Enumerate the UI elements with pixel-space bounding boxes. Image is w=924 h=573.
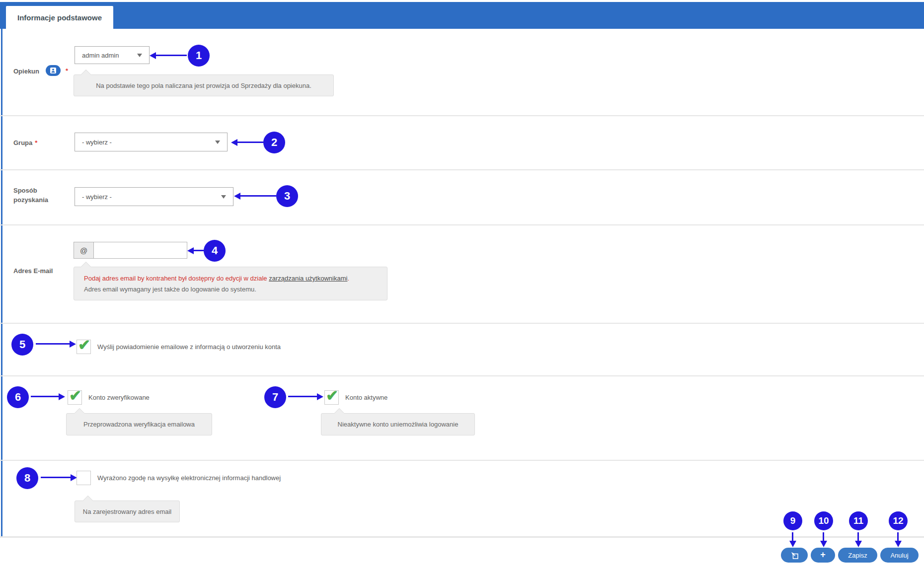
annotation-arrow-8 bbox=[41, 477, 71, 478]
account-form-page: Informacje podstawowe admin admin Opieku… bbox=[0, 0, 924, 573]
annotation-arrow-10 bbox=[823, 532, 824, 541]
chevron-down-icon bbox=[215, 141, 220, 144]
email-hint-tooltip: Podaj adres email by kontrahent był dost… bbox=[74, 267, 387, 300]
active-checkbox[interactable]: ✔ bbox=[324, 390, 339, 405]
annotation-arrow-4 bbox=[194, 250, 204, 251]
annotation-circle-3: 3 bbox=[276, 185, 298, 207]
arrowhead-icon bbox=[855, 541, 862, 547]
footer-divider bbox=[0, 536, 924, 538]
active-checkbox-label: Konto aktywne bbox=[345, 394, 387, 401]
consent-hint-text: Na zarejestrowany adres email bbox=[83, 508, 171, 515]
opiekun-required-marker: * bbox=[66, 67, 68, 74]
plus-icon: + bbox=[820, 550, 826, 560]
sposob-select-value: - wybierz - bbox=[82, 193, 112, 201]
opiekun-hint-tooltip: Na podstawie tego pola naliczana jest pr… bbox=[74, 74, 334, 96]
annotation-arrow-9 bbox=[792, 532, 793, 541]
opiekun-select[interactable]: admin admin bbox=[75, 46, 150, 64]
grupa-label-row: Grupa* bbox=[13, 139, 37, 146]
email-hint-red: Podaj adres email by kontrahent był dost… bbox=[84, 275, 269, 282]
tab-basic-info-label: Informacje podstawowe bbox=[17, 13, 102, 22]
arrowhead-icon bbox=[895, 541, 902, 547]
save-button-label: Zapisz bbox=[848, 552, 867, 559]
check-icon: ✔ bbox=[78, 336, 90, 354]
annotation-circle-4: 4 bbox=[204, 240, 226, 262]
arrowhead-icon bbox=[231, 139, 237, 146]
section-divider bbox=[0, 115, 924, 116]
person-icon bbox=[50, 67, 57, 74]
email-hint-period: . bbox=[347, 275, 349, 282]
annotation-circle-6: 6 bbox=[7, 386, 29, 408]
person-badge-icon bbox=[46, 65, 61, 76]
cancel-button-label: Anuluj bbox=[890, 552, 908, 559]
active-hint-text: Nieaktywne konto uniemożliwia logowanie bbox=[338, 421, 459, 428]
check-icon: ✔ bbox=[326, 387, 338, 404]
tab-basic-info[interactable]: Informacje podstawowe bbox=[6, 6, 113, 29]
save-and-return-icon bbox=[790, 551, 799, 560]
notify-checkbox[interactable]: ✔ bbox=[77, 340, 91, 354]
verified-checkbox-label: Konto zweryfikowane bbox=[88, 394, 150, 401]
section-divider bbox=[0, 169, 924, 170]
grupa-select-value: - wybierz - bbox=[82, 139, 112, 146]
annotation-arrow-11 bbox=[857, 532, 859, 541]
section-divider bbox=[0, 323, 924, 324]
section-divider bbox=[0, 375, 924, 376]
email-hint-line2: Adres email wymagany jest także do logow… bbox=[84, 284, 256, 295]
annotation-arrow-12 bbox=[897, 532, 899, 541]
opiekun-hint-text: Na podstawie tego pola naliczana jest pr… bbox=[96, 82, 311, 89]
email-input[interactable] bbox=[93, 242, 187, 259]
verified-hint-text: Przeprowadzona weryfikacja emailowa bbox=[83, 421, 195, 428]
email-hint-line1: Podaj adres email by kontrahent był dost… bbox=[84, 273, 349, 284]
arrowhead-icon bbox=[789, 541, 796, 547]
grupa-label: Grupa bbox=[13, 139, 32, 146]
user-management-link[interactable]: zarządzania użytkownikami bbox=[269, 275, 347, 282]
grupa-select[interactable]: - wybierz - bbox=[75, 133, 228, 151]
annotation-circle-7: 7 bbox=[264, 386, 286, 408]
tooltip-notch bbox=[75, 409, 84, 414]
active-hint-tooltip: Nieaktywne konto uniemożliwia logowanie bbox=[321, 413, 475, 435]
tab-bar bbox=[0, 2, 924, 29]
tooltip-notch bbox=[334, 409, 344, 414]
consent-checkbox[interactable] bbox=[77, 471, 91, 485]
opiekun-label: Opiekun bbox=[13, 68, 39, 75]
sposob-label-line2: pozyskania bbox=[13, 196, 48, 204]
section-divider bbox=[0, 460, 924, 461]
annotation-arrow-6 bbox=[31, 396, 59, 397]
save-button[interactable]: Zapisz bbox=[838, 548, 877, 563]
section-divider bbox=[0, 224, 924, 225]
verified-hint-tooltip: Przeprowadzona weryfikacja emailowa bbox=[66, 413, 212, 435]
chevron-down-icon bbox=[137, 54, 142, 57]
notify-checkbox-label: Wyślij powiadomienie emailowe z informac… bbox=[97, 343, 281, 351]
annotation-circle-2: 2 bbox=[263, 132, 285, 153]
tooltip-notch bbox=[81, 262, 91, 267]
check-icon: ✔ bbox=[69, 387, 81, 404]
annotation-circle-9: 9 bbox=[783, 511, 802, 530]
arrowhead-icon bbox=[187, 247, 194, 254]
annotation-arrow-2 bbox=[237, 142, 263, 143]
annotation-circle-5: 5 bbox=[11, 334, 33, 356]
annotation-arrow-7 bbox=[288, 396, 317, 397]
arrowhead-icon bbox=[234, 193, 240, 200]
tooltip-notch bbox=[83, 496, 93, 501]
add-button[interactable]: + bbox=[811, 548, 835, 563]
sposob-select[interactable]: - wybierz - bbox=[75, 187, 233, 206]
save-and-return-button[interactable] bbox=[781, 548, 808, 563]
verified-checkbox[interactable]: ✔ bbox=[68, 390, 82, 405]
sposob-label-line1: Sposób bbox=[13, 187, 37, 194]
annotation-arrow-3 bbox=[240, 195, 276, 197]
tooltip-notch bbox=[81, 70, 91, 75]
email-label: Adres E-mail bbox=[13, 267, 53, 275]
arrowhead-icon bbox=[59, 393, 65, 400]
arrowhead-icon bbox=[70, 341, 76, 348]
chevron-down-icon bbox=[221, 195, 226, 199]
opiekun-select-value: admin admin bbox=[82, 52, 119, 59]
annotation-circle-12: 12 bbox=[889, 511, 908, 530]
annotation-arrow-1 bbox=[156, 55, 187, 56]
annotation-circle-8: 8 bbox=[16, 467, 38, 489]
consent-hint-tooltip: Na zarejestrowany adres email bbox=[75, 501, 180, 522]
grupa-required-marker: * bbox=[35, 139, 37, 146]
annotation-circle-11: 11 bbox=[849, 511, 868, 530]
arrowhead-icon bbox=[150, 52, 156, 59]
cancel-button[interactable]: Anuluj bbox=[880, 548, 919, 563]
annotation-arrow-5 bbox=[36, 343, 70, 345]
email-prefix-box: @ bbox=[74, 242, 94, 259]
